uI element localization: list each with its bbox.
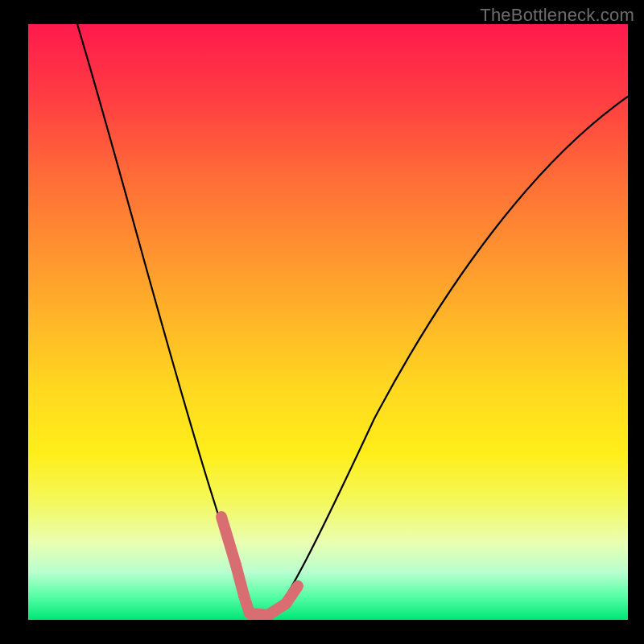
chart-frame: TheBottleneck.com xyxy=(0,0,644,644)
chart-svg xyxy=(28,24,628,620)
svg-line-0 xyxy=(221,517,236,565)
chart-plot-area xyxy=(28,24,628,620)
bottleneck-curve xyxy=(72,24,628,618)
watermark-text: TheBottleneck.com xyxy=(480,5,634,26)
svg-line-5 xyxy=(286,586,298,604)
highlight-markers xyxy=(221,517,298,615)
